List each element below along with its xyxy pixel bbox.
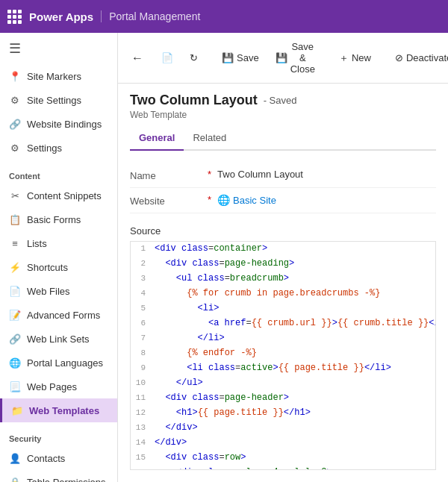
- sidebar-item-contacts[interactable]: 👤 Contacts: [0, 446, 117, 470]
- code-text: [155, 407, 176, 418]
- line-number: 9: [131, 361, 152, 376]
- attr-value: row: [225, 452, 241, 463]
- html-tag: <ul class: [176, 273, 225, 284]
- line-content: <div class=page-header>: [152, 391, 435, 406]
- sidebar-item-basic-forms[interactable]: 📋 Basic Forms: [0, 207, 117, 231]
- attr-value: col-sm-4 col-lg-3: [235, 467, 326, 470]
- code-text: [155, 348, 187, 358]
- settings-icon: ⚙: [9, 142, 21, 154]
- line-content: <div class=row>: [152, 451, 435, 466]
- attr-value: container: [214, 243, 262, 254]
- operator: =: [219, 258, 224, 269]
- deactivate-icon: ⊘: [395, 52, 403, 63]
- line-content: </li>: [152, 331, 435, 346]
- new-label: New: [352, 52, 371, 63]
- code-line: 10 </ul>: [131, 376, 435, 391]
- hamburger-button[interactable]: ☰: [0, 33, 117, 64]
- html-tag: >: [273, 363, 278, 373]
- html-tag: >: [289, 258, 294, 269]
- sidebar-item-advanced-forms[interactable]: 📝 Advanced Forms: [0, 303, 117, 327]
- line-number: 11: [131, 391, 152, 406]
- code-text: [155, 258, 165, 269]
- code-block[interactable]: 1<div class=container>2 <div class=page-…: [130, 241, 436, 470]
- new-icon: ＋: [339, 51, 349, 65]
- website-row: Website * 🌐 Basic Site: [130, 188, 436, 213]
- refresh-icon: ↻: [190, 52, 198, 63]
- html-tag: </a>: [429, 318, 436, 328]
- code-text: [155, 303, 198, 313]
- code-text: [155, 273, 176, 284]
- sidebar-item-web-files[interactable]: 📄 Web Files: [0, 279, 117, 303]
- html-tag: </div>: [155, 437, 187, 448]
- sidebar-item-content-snippets[interactable]: ✂ Content Snippets: [0, 184, 117, 207]
- deactivate-label: Deactivate: [406, 52, 448, 63]
- save-icon: 💾: [222, 52, 234, 63]
- tab-related[interactable]: Related: [184, 126, 235, 151]
- portal-languages-icon: 🌐: [9, 357, 21, 369]
- sidebar-item-table-permissions[interactable]: 🔒 Table Permissions: [0, 470, 117, 482]
- html-tag: <div class: [165, 392, 219, 403]
- website-value[interactable]: 🌐 Basic Site: [217, 194, 436, 206]
- html-tag: </li>: [364, 363, 391, 373]
- web-link-sets-icon: 🔗: [9, 333, 21, 345]
- code-line: 14</div>: [131, 436, 435, 451]
- code-line: 3 <ul class=breadcrumb>: [131, 272, 435, 287]
- sidebar-item-portal-languages[interactable]: 🌐 Portal Languages: [0, 351, 117, 375]
- code-line: 6 <a href={{ crumb.url }}>{{ crumb.title…: [131, 316, 435, 331]
- sidebar-item-site-settings[interactable]: ⚙ Site Settings: [0, 88, 117, 112]
- deactivate-button[interactable]: ⊘ Deactivate: [388, 48, 448, 67]
- content-section-label: Content: [0, 166, 117, 184]
- name-label: Name: [130, 169, 205, 181]
- html-tag: </li>: [198, 333, 225, 343]
- line-content: </div>: [152, 436, 435, 451]
- attr-value: breadcrumb: [230, 273, 284, 284]
- operator: =: [230, 467, 235, 470]
- page-view-button[interactable]: 📄: [154, 48, 181, 67]
- line-number: 14: [131, 436, 152, 451]
- code-line: 5 <li>: [131, 301, 435, 316]
- sidebar-item-website-bindings[interactable]: 🔗 Website Bindings: [0, 112, 117, 136]
- grid-icon[interactable]: [7, 10, 22, 24]
- code-line: 4 {% for crumb in page.breadcrumbs -%}: [131, 287, 435, 301]
- save-close-label: Save & Close: [290, 41, 315, 75]
- sidebar-item-web-link-sets[interactable]: 🔗 Web Link Sets: [0, 327, 117, 351]
- toolbar: ← 📄 ↻ 💾 Save 💾 Save & Close ＋ New: [118, 33, 448, 84]
- security-section-label: Security: [0, 428, 117, 446]
- sidebar-item-web-templates[interactable]: 📁 Web Templates: [0, 398, 117, 422]
- save-close-button[interactable]: 💾 Save & Close: [268, 37, 323, 78]
- sidebar-item-lists[interactable]: ≡ Lists: [0, 231, 117, 255]
- table-permissions-icon: 🔒: [9, 476, 21, 482]
- tab-general[interactable]: General: [130, 126, 184, 151]
- code-text: [155, 452, 165, 463]
- name-row: Name * Two Column Layout: [130, 163, 436, 188]
- sidebar-item-web-pages[interactable]: 📃 Web Pages: [0, 375, 117, 398]
- new-button[interactable]: ＋ New: [332, 48, 379, 69]
- top-bar: Power Apps Portal Management: [0, 0, 448, 33]
- line-content: <div class=container>: [152, 242, 435, 257]
- line-number: 7: [131, 331, 152, 346]
- refresh-button[interactable]: ↻: [182, 48, 205, 67]
- line-number: 16: [131, 466, 152, 470]
- html-tag: >: [262, 243, 267, 254]
- code-text: [155, 318, 208, 328]
- save-button[interactable]: 💾 Save: [214, 48, 267, 67]
- page-title-row: Two Column Layout - Saved: [130, 93, 436, 108]
- template-tag: {{ crumb.url }}: [252, 318, 332, 328]
- code-text: [155, 288, 187, 298]
- web-files-icon: 📄: [9, 285, 21, 297]
- sidebar-item-shortcuts[interactable]: ⚡ Shortcuts: [0, 255, 117, 279]
- line-content: <div class=page-heading>: [152, 257, 435, 272]
- html-tag: <div class: [165, 258, 219, 269]
- html-tag: <a href: [208, 318, 246, 328]
- line-number: 12: [131, 406, 152, 421]
- code-line: 1<div class=container>: [131, 242, 435, 257]
- sidebar-item-settings[interactable]: ⚙ Settings: [0, 136, 117, 160]
- sidebar-item-site-markers[interactable]: 📍 Site Markers: [0, 64, 117, 88]
- back-button[interactable]: ←: [127, 48, 148, 68]
- globe-icon: 🌐: [217, 194, 230, 206]
- attr-value: page-heading: [225, 258, 289, 269]
- source-label: Source: [130, 225, 436, 237]
- name-value: Two Column Layout: [217, 169, 436, 180]
- operator: =: [219, 452, 224, 463]
- web-templates-icon: 📁: [11, 404, 23, 416]
